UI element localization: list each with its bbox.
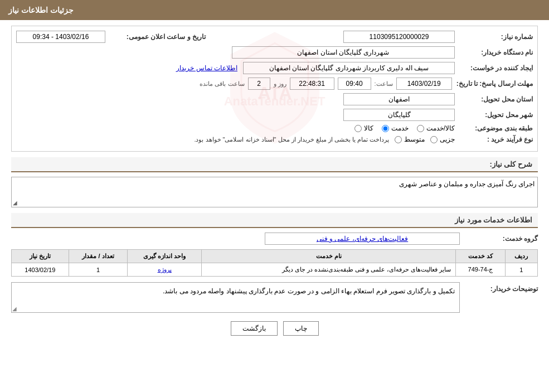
page-header: جزئیات اطلاعات نیاز (0, 0, 549, 20)
khedmat-label: خدمت (391, 124, 409, 132)
purchase-jozi: جزیی (430, 135, 455, 143)
jozi-label: جزیی (440, 135, 455, 143)
kala-label: کالا (364, 124, 373, 132)
cell-service-code: ج-74-749 (456, 263, 505, 277)
category-kala-khedmat: کالا/خدمت (417, 124, 455, 132)
category-kala: کالا (354, 124, 373, 132)
province-value: اصفهان (343, 93, 455, 105)
remaining-time: 22:48:31 (290, 78, 334, 90)
announcement-date-value: 1403/02/16 - 09:34 (16, 31, 105, 43)
cell-service-name: سایر فعالیت‌های حرفه‌ای، علمی و فنی طبقه… (201, 263, 455, 277)
category-label: طبقه بندی موضوعی: (455, 124, 533, 132)
purchase-motavaset-radio[interactable] (395, 136, 402, 143)
need-number-value: 1103095120000029 (343, 31, 455, 43)
service-group-label: گروه خدمت: (460, 235, 538, 243)
purchase-type-label: نوع فرآیند خرید : (455, 135, 533, 143)
purchase-jozi-radio[interactable] (430, 136, 438, 143)
row-buyer-org: نام دستگاه خریدار: شهرداری گلپایگان استا… (16, 46, 533, 59)
buyer-notes-value: تکمیل و بارگذاری تصویر فرم استعلام بهاء … (11, 282, 460, 313)
need-number-label: شماره نیاز: (455, 33, 533, 41)
purchase-type-note: پرداخت تمام یا بخشی از مبلغ خریدار از مح… (194, 136, 389, 143)
deadline-time-label: ساعت: (375, 80, 393, 88)
buyer-notes-label: توضیحات خریدار: (460, 282, 538, 293)
creator-value: سیف اله دلیری کاربرداز شهرداری گلپایگان … (243, 62, 455, 74)
row-province: استان محل تحویل: اصفهان (16, 93, 533, 105)
col-date: تاریخ نیاز (12, 250, 69, 263)
need-description-title: شرح کلی نیاز: (11, 157, 538, 172)
remaining-time-label: ساعت باقی مانده (200, 80, 244, 88)
creator-label: ایجاد کننده در خواست: (455, 64, 533, 72)
back-button[interactable]: بازگشت (231, 321, 278, 336)
deadline-date: 1403/02/19 (396, 78, 452, 90)
deadline-time-row: 1403/02/19 ساعت: 09:40 22:48:31 روز و 2 … (200, 78, 451, 90)
row-city: شهر محل تحویل: گلپایگان (16, 109, 533, 121)
purchase-motavaset: متوسط (395, 135, 425, 143)
cell-date: 1403/02/19 (12, 263, 69, 277)
resize-icon: ◢ (13, 200, 17, 206)
main-content: ATA AnataTender.NET شماره نیاز: 11030951… (0, 20, 549, 341)
page-title: جزئیات اطلاعات نیاز (8, 6, 74, 14)
motavaset-label: متوسط (404, 135, 425, 143)
row-category: طبقه بندی موضوعی: کالا/خدمت خدمت کالا (16, 124, 533, 132)
purchase-type-row: جزیی متوسط پرداخت تمام یا بخشی از مبلغ خ… (194, 135, 455, 143)
row-buyer-notes: توضیحات خریدار: تکمیل و بارگذاری تصویر ف… (11, 282, 538, 313)
button-area: چاپ بازگشت (11, 321, 538, 336)
row-creator: ایجاد کننده در خواست: سیف اله دلیری کارب… (16, 62, 533, 74)
col-quantity: تعداد / مقدار (69, 250, 128, 263)
cell-unit: پروژه (128, 263, 202, 277)
service-table-head: ردیف کد خدمت نام خدمت واحد اندازه گیری ت… (12, 250, 538, 263)
kala-khedmat-label: کالا/خدمت (426, 124, 455, 132)
page-wrapper: جزئیات اطلاعات نیاز ATA AnataTender.NET … (0, 0, 549, 392)
remaining-days-label: روز و (274, 80, 286, 88)
category-radio-group: کالا/خدمت خدمت کالا (354, 124, 455, 132)
col-row-num: ردیف (505, 250, 537, 263)
need-description-section: شرح کلی نیاز: اجرای رنگ آمیزی جداره و مب… (11, 157, 538, 207)
print-button[interactable]: چاپ (283, 321, 319, 336)
need-description-text: اجرای رنگ آمیزی جداره و مبلمان و عناصر ش… (399, 180, 535, 188)
info-section: ATA AnataTender.NET شماره نیاز: 11030951… (11, 26, 538, 152)
row-need-number: شماره نیاز: 1103095120000029 تاریخ و ساع… (16, 31, 533, 43)
resize-handle-icon: ◢ (12, 306, 17, 312)
col-service-code: کد خدمت (456, 250, 505, 263)
contact-link[interactable]: اطلاعات تماس خریدار (176, 64, 237, 72)
row-deadline: مهلت ارسال پاسخ: تا تاریخ: 1403/02/19 سا… (16, 78, 533, 90)
service-info-title: اطلاعات خدمات مورد نیاز (11, 213, 538, 228)
remaining-days: 2 (248, 78, 270, 90)
announcement-date-label: تاریخ و ساعت اعلان عمومی: (105, 33, 206, 41)
col-unit: واحد اندازه گیری (128, 250, 202, 263)
deadline-time: 09:40 (338, 78, 371, 90)
buyer-notes-container: تکمیل و بارگذاری تصویر فرم استعلام بهاء … (11, 282, 460, 313)
category-kala-khedmat-radio[interactable] (417, 125, 424, 132)
province-label: استان محل تحویل: (455, 95, 533, 103)
category-khedmat-radio[interactable] (382, 125, 389, 132)
cell-quantity: 1 (69, 263, 128, 277)
service-table: ردیف کد خدمت نام خدمت واحد اندازه گیری ت… (11, 249, 538, 277)
service-table-header-row: ردیف کد خدمت نام خدمت واحد اندازه گیری ت… (12, 250, 538, 263)
col-service-name: نام خدمت (201, 250, 455, 263)
service-group-value: فعالیت‌های حرفه‌ای، علمی و فنی (265, 233, 460, 245)
row-service-group: گروه خدمت: فعالیت‌های حرفه‌ای، علمی و فن… (11, 233, 538, 245)
city-label: شهر محل تحویل: (455, 111, 533, 119)
category-khedmat: خدمت (382, 124, 409, 132)
cell-row-num: 1 (505, 263, 537, 277)
category-kala-radio[interactable] (354, 125, 362, 132)
need-description-content: اجرای رنگ آمیزی جداره و مبلمان و عناصر ش… (11, 177, 538, 207)
buyer-org-value: شهرداری گلپایگان استان اصفهان (232, 46, 455, 59)
city-value: گلپایگان (343, 109, 455, 121)
buyer-org-label: نام دستگاه خریدار: (455, 49, 533, 56)
row-purchase-type: نوع فرآیند خرید : جزیی متوسط پرداخت تمام… (16, 135, 533, 143)
table-row: 1 ج-74-749 سایر فعالیت‌های حرفه‌ای، علمی… (12, 263, 538, 277)
deadline-label: مهلت ارسال پاسخ: تا تاریخ: (452, 80, 533, 88)
service-table-body: 1 ج-74-749 سایر فعالیت‌های حرفه‌ای، علمی… (12, 263, 538, 277)
service-info-section: اطلاعات خدمات مورد نیاز گروه خدمت: فعالی… (11, 213, 538, 313)
